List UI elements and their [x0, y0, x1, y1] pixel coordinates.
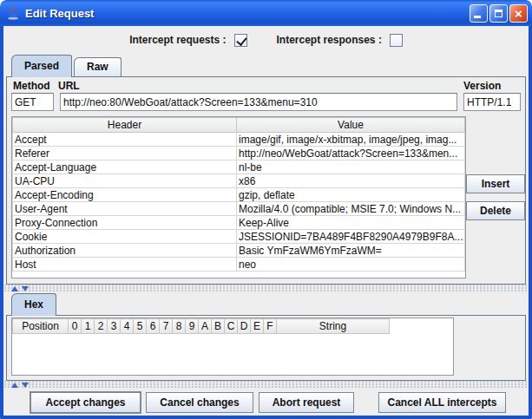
tab-raw[interactable]: Raw: [74, 57, 122, 76]
delete-button[interactable]: Delete: [466, 201, 525, 220]
table-row: Proxy-Connection Keep-Alive: [13, 216, 465, 230]
hex-col-header[interactable]: 7: [160, 319, 173, 334]
headers-table: Header Value Accept image/gif, image/x-x…: [12, 117, 465, 272]
table-row: Authorization Basic YmFzaWM6YmFzaWM=: [13, 244, 465, 258]
header-cell[interactable]: Accept-Encoding: [13, 188, 237, 202]
header-cell[interactable]: Accept: [13, 133, 237, 147]
split-divider-bottom[interactable]: [4, 381, 528, 389]
collapse-down-icon[interactable]: [22, 383, 29, 388]
header-cell[interactable]: Referer: [13, 147, 237, 160]
header-cell[interactable]: Cookie: [13, 230, 237, 244]
split-divider-top[interactable]: [4, 285, 528, 292]
hex-col-header[interactable]: 2: [95, 319, 108, 334]
table-row: Referer http://neo/WebGoat/attack?Screen…: [13, 147, 465, 160]
request-tabbed-pane: Parsed Raw Method URL Version: [6, 54, 526, 285]
value-cell[interactable]: gzip, deflate: [237, 188, 465, 202]
row-edit-buttons: Insert Delete: [466, 116, 525, 278]
intercept-options-row: Intercept requests : Intercept responses…: [3, 26, 529, 54]
header-cell[interactable]: Proxy-Connection: [13, 216, 237, 230]
url-field[interactable]: [60, 93, 457, 111]
value-cell[interactable]: Keep-Alive: [237, 216, 465, 230]
cancel-all-intercepts-button[interactable]: Cancel ALL intercepts: [378, 392, 506, 413]
value-column-header[interactable]: Value: [237, 118, 465, 133]
cancel-changes-button[interactable]: Cancel changes: [146, 392, 253, 413]
request-line-labels: Method URL Version: [11, 79, 521, 92]
dialog-body: Intercept requests : Intercept responses…: [0, 26, 532, 419]
value-cell[interactable]: Mozilla/4.0 (compatible; MSIE 7.0; Windo…: [237, 202, 465, 216]
version-field[interactable]: [463, 93, 521, 111]
hex-col-header[interactable]: B: [212, 319, 225, 334]
hex-col-header[interactable]: A: [199, 319, 212, 334]
table-row: Host neo: [13, 258, 465, 272]
value-cell[interactable]: neo: [237, 258, 465, 272]
header-cell[interactable]: Accept-Language: [13, 160, 237, 174]
abort-request-button[interactable]: Abort request: [259, 392, 354, 413]
tab-hex[interactable]: Hex: [11, 293, 56, 316]
action-button-row: Accept changes Cancel changes Abort requ…: [3, 389, 529, 416]
value-cell[interactable]: JSESSIONID=7BA489F4BF8290A4979B9F8A...: [237, 230, 465, 244]
position-column-header[interactable]: Position: [13, 319, 69, 334]
maximize-button[interactable]: [489, 4, 508, 23]
table-row: Accept image/gif, image/x-xbitmap, image…: [13, 133, 465, 147]
hex-col-header[interactable]: 3: [108, 319, 121, 334]
hex-col-header[interactable]: C: [225, 319, 238, 334]
header-cell[interactable]: User-Agent: [13, 202, 237, 216]
accept-changes-button[interactable]: Accept changes: [30, 392, 141, 413]
intercept-responses-checkbox[interactable]: [390, 34, 403, 47]
intercept-requests-label: Intercept requests :: [129, 34, 226, 46]
collapse-down-icon[interactable]: [22, 286, 29, 291]
table-row: Cookie JSESSIONID=7BA489F4BF8290A4979B9F…: [13, 230, 465, 244]
request-line-fields: [11, 93, 521, 111]
parsed-tab-content: Method URL Version He: [6, 76, 526, 285]
hex-col-header[interactable]: 5: [134, 319, 147, 334]
java-cup-icon: [6, 6, 21, 21]
hex-table: Position 0 1 2 3 4 5 6 7 8 9: [12, 318, 390, 334]
hex-col-header[interactable]: 9: [186, 319, 199, 334]
table-row: Accept-Encoding gzip, deflate: [13, 188, 465, 202]
value-cell[interactable]: nl-be: [237, 160, 465, 174]
table-row: UA-CPU x86: [13, 174, 465, 188]
close-button[interactable]: ×: [509, 4, 528, 23]
header-cell[interactable]: Authorization: [13, 244, 237, 258]
header-cell[interactable]: UA-CPU: [13, 174, 237, 188]
value-cell[interactable]: image/gif, image/x-xbitmap, image/jpeg, …: [237, 133, 465, 147]
hex-col-header[interactable]: E: [251, 319, 264, 334]
collapse-up-icon[interactable]: [11, 383, 18, 388]
titlebar[interactable]: Edit Request ×: [0, 0, 532, 26]
string-column-header[interactable]: String: [277, 319, 390, 334]
hex-col-header[interactable]: D: [238, 319, 251, 334]
collapse-up-icon[interactable]: [11, 286, 18, 291]
minimize-icon: [474, 16, 481, 18]
value-cell[interactable]: Basic YmFzaWM6YmFzaWM=: [237, 244, 465, 258]
table-header-row: Header Value: [13, 118, 465, 133]
insert-button[interactable]: Insert: [466, 174, 525, 193]
hex-table-scrollpane: Position 0 1 2 3 4 5 6 7 8 9: [11, 318, 454, 376]
hex-col-header[interactable]: 4: [121, 319, 134, 334]
headers-area: Header Value Accept image/gif, image/x-x…: [11, 116, 521, 278]
close-icon: ×: [515, 7, 522, 20]
url-label: URL: [58, 80, 463, 92]
request-tabs: Parsed Raw: [6, 54, 526, 76]
edit-request-window: Edit Request × Intercept requests : Inte…: [0, 0, 532, 419]
value-cell[interactable]: http://neo/WebGoat/attack?Screen=133&men…: [237, 147, 465, 160]
header-cell[interactable]: Host: [13, 258, 237, 272]
maximize-icon: [495, 10, 502, 17]
hex-col-header[interactable]: F: [264, 319, 277, 334]
method-field[interactable]: [11, 93, 54, 111]
version-label: Version: [463, 80, 521, 92]
table-row: Accept-Language nl-be: [13, 160, 465, 174]
content-tabs: Hex: [6, 292, 526, 315]
window-title: Edit Request: [25, 7, 468, 20]
tab-parsed[interactable]: Parsed: [11, 55, 72, 77]
table-row: User-Agent Mozilla/4.0 (compatible; MSIE…: [13, 202, 465, 216]
header-column-header[interactable]: Header: [13, 118, 237, 133]
intercept-responses-label: Intercept responses :: [277, 34, 382, 46]
hex-col-header[interactable]: 1: [82, 319, 95, 334]
value-cell[interactable]: x86: [237, 174, 465, 188]
minimize-button[interactable]: [470, 4, 488, 23]
hex-col-header[interactable]: 6: [147, 319, 160, 334]
hex-header-row: Position 0 1 2 3 4 5 6 7 8 9: [13, 319, 390, 334]
hex-col-header[interactable]: 0: [69, 319, 82, 334]
intercept-requests-checkbox[interactable]: [234, 34, 247, 47]
hex-col-header[interactable]: 8: [173, 319, 186, 334]
